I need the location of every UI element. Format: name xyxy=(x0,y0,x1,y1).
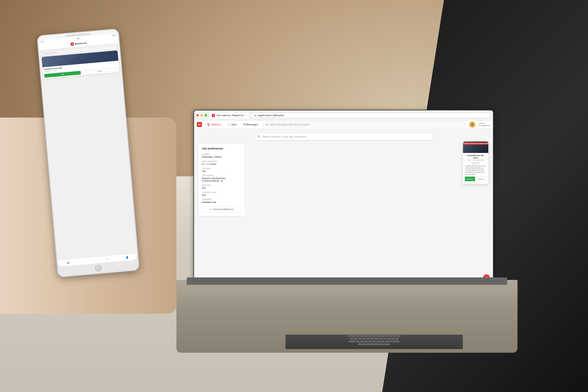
tab-title: Your matches | Magnet.me xyxy=(216,114,244,117)
pref-functions-value: Business development, Communications, +6 xyxy=(202,177,242,182)
pref-industries: Industries Any xyxy=(202,184,242,189)
pref-availability: Availability Available now xyxy=(202,198,242,204)
key xyxy=(368,340,372,342)
user-info: LOTTE at magnet.me xyxy=(479,122,490,127)
minimize-button[interactable] xyxy=(200,114,203,116)
phone-app-title: Matches.me xyxy=(75,42,86,45)
connect-button[interactable]: Connect xyxy=(465,176,475,181)
card-company-name: Kennedy Van der Laan xyxy=(465,154,486,159)
pref-availability-value: Available now xyxy=(202,201,242,204)
key xyxy=(350,338,353,340)
key xyxy=(389,335,392,337)
key xyxy=(372,340,376,342)
nav-search-bar[interactable]: 🔍 Search all opportunities and companies xyxy=(263,122,466,127)
edit-prefs-label: Edit job preferences xyxy=(213,208,234,210)
key xyxy=(385,340,388,342)
key xyxy=(378,338,382,340)
key xyxy=(358,338,362,340)
lock-icon: 🔒 xyxy=(254,114,256,116)
tab-close-button[interactable]: × xyxy=(245,114,246,117)
pref-location: Location Rotterdam (+50km) xyxy=(202,153,242,158)
phone-home-button[interactable] xyxy=(95,265,102,272)
matches-search-bar[interactable]: 🔍 Search matches on job title or keyword xyxy=(254,133,433,140)
browser-tab-active[interactable]: m Your matches | Magnet.me × xyxy=(209,112,250,118)
key xyxy=(376,340,380,342)
phone-battery: 100% xyxy=(112,34,116,36)
pref-industries-value: Any xyxy=(202,187,242,189)
ignore-button[interactable]: Ignore xyxy=(476,176,486,181)
key xyxy=(356,335,360,337)
phone-signal: ●●● xyxy=(77,38,80,39)
edit-job-preferences-button[interactable]: ✏ Edit job preferences xyxy=(202,206,242,213)
pref-job-types-value: Job xyxy=(202,170,242,172)
pref-location-value: Rotterdam (+50km) xyxy=(202,156,242,158)
laptop-hinge xyxy=(187,278,508,285)
card-location: Amsterdam xyxy=(465,162,486,164)
user-name: LOTTE xyxy=(479,122,490,125)
key xyxy=(374,338,378,340)
key xyxy=(362,338,366,340)
matches-search-area: 🔍 Search matches on job title or keyword xyxy=(254,133,433,140)
nav-messages[interactable]: ✉ Messages xyxy=(242,122,259,127)
phone-time: 10:41 xyxy=(41,41,44,42)
key xyxy=(364,340,368,342)
panel-title: Job preferences xyxy=(202,147,242,150)
pref-experience-value: 0-1, 1-3 years xyxy=(202,163,242,165)
key xyxy=(360,335,364,337)
key xyxy=(384,343,390,345)
phone-nav-likes[interactable]: ♡ xyxy=(85,258,90,264)
nav-matches-label: Matches xyxy=(211,123,221,126)
search-icon: 🔍 xyxy=(257,135,260,138)
keyboard xyxy=(286,334,463,349)
browser-address-bar[interactable]: 🔒 magnet.me/en-GB/explore xyxy=(251,113,490,118)
key xyxy=(360,340,364,342)
pref-company-sizes: Company sizes Any xyxy=(202,191,242,196)
key xyxy=(370,338,374,340)
key xyxy=(354,338,358,340)
pref-experience-label: Work experience xyxy=(202,160,242,162)
key xyxy=(348,335,351,337)
tab-favicon: m xyxy=(212,114,215,117)
messages-icon: ✉ xyxy=(243,123,246,126)
phone-nav-profile[interactable]: 👤 xyxy=(125,255,130,260)
key xyxy=(397,335,401,337)
app-navbar: m 🏠 Matches ♡ Likes ✉ Messages 🔍 Search … xyxy=(194,120,493,129)
card-banner: THIS COMPANY WANTS TO CONNECT WITH YOU xyxy=(463,142,488,153)
card-description: Kennedy Van der Laan is een onafhankelij… xyxy=(465,165,486,175)
key xyxy=(376,335,380,337)
pref-industries-label: Industries xyxy=(202,184,242,186)
app-logo[interactable]: m xyxy=(197,122,202,127)
nav-search-placeholder: Search all opportunities and companies xyxy=(270,123,310,126)
job-preferences-panel: Job preferences Location Rotterdam (+50k… xyxy=(199,144,244,216)
url-text: magnet.me/en-GB/explore xyxy=(257,114,284,117)
key xyxy=(383,338,386,340)
key xyxy=(366,338,370,340)
phone-nav-messages[interactable]: ✉ xyxy=(105,257,110,262)
close-button[interactable] xyxy=(196,114,199,116)
main-content: 🔍 Search matches on job title or keyword… xyxy=(194,129,493,284)
pref-location-label: Location xyxy=(202,153,242,155)
spacebar xyxy=(365,343,383,345)
nav-likes[interactable]: ♡ Likes xyxy=(226,122,238,127)
laptop-base xyxy=(176,280,518,353)
key xyxy=(364,335,368,337)
phone-search-icon: 🔍 xyxy=(43,52,46,54)
phone-search-placeholder: Search matches xyxy=(45,51,57,54)
pref-job-types-label: Job types xyxy=(202,167,242,170)
phone-nav-home[interactable]: 🏠 xyxy=(66,260,70,265)
key xyxy=(389,340,392,342)
maximize-button[interactable] xyxy=(205,114,207,116)
key xyxy=(393,335,397,337)
nav-matches[interactable]: 🏠 Matches xyxy=(206,122,222,127)
user-avatar[interactable]: 👤 xyxy=(469,122,475,128)
key xyxy=(352,335,355,337)
card-subtitle: Legal · 310 employees xyxy=(465,159,486,161)
key xyxy=(393,340,400,342)
matches-icon: 🏠 xyxy=(207,123,210,126)
phone-app-logo: m xyxy=(70,42,74,46)
key xyxy=(368,335,372,337)
key xyxy=(356,340,360,342)
key xyxy=(387,338,390,340)
nav-search-icon: 🔍 xyxy=(266,123,268,126)
pref-availability-label: Availability xyxy=(202,198,242,200)
